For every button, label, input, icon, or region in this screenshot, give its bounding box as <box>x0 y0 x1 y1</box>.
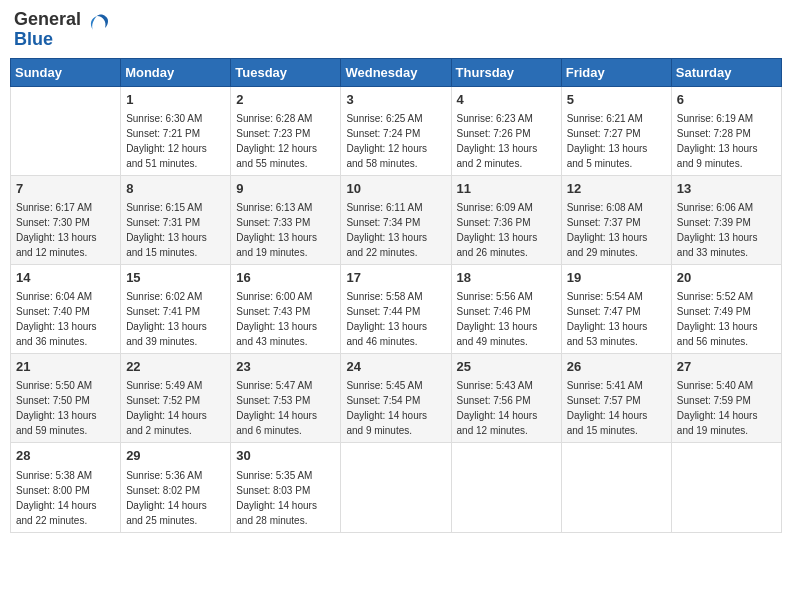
day-number: 28 <box>16 447 115 465</box>
col-header-thursday: Thursday <box>451 58 561 86</box>
day-info: Sunrise: 5:40 AMSunset: 7:59 PMDaylight:… <box>677 378 776 438</box>
day-info: Sunrise: 6:11 AMSunset: 7:34 PMDaylight:… <box>346 200 445 260</box>
day-info: Sunrise: 5:56 AMSunset: 7:46 PMDaylight:… <box>457 289 556 349</box>
day-number: 16 <box>236 269 335 287</box>
day-number: 17 <box>346 269 445 287</box>
day-number: 4 <box>457 91 556 109</box>
logo: General Blue <box>14 10 109 50</box>
col-header-monday: Monday <box>121 58 231 86</box>
logo-bird-icon <box>85 14 109 46</box>
day-info: Sunrise: 5:47 AMSunset: 7:53 PMDaylight:… <box>236 378 335 438</box>
day-info: Sunrise: 5:49 AMSunset: 7:52 PMDaylight:… <box>126 378 225 438</box>
calendar-cell: 10Sunrise: 6:11 AMSunset: 7:34 PMDayligh… <box>341 175 451 264</box>
day-number: 29 <box>126 447 225 465</box>
calendar-cell: 1Sunrise: 6:30 AMSunset: 7:21 PMDaylight… <box>121 86 231 175</box>
day-number: 1 <box>126 91 225 109</box>
day-info: Sunrise: 6:06 AMSunset: 7:39 PMDaylight:… <box>677 200 776 260</box>
calendar-cell <box>561 443 671 532</box>
day-info: Sunrise: 6:21 AMSunset: 7:27 PMDaylight:… <box>567 111 666 171</box>
calendar-cell: 28Sunrise: 5:38 AMSunset: 8:00 PMDayligh… <box>11 443 121 532</box>
day-number: 22 <box>126 358 225 376</box>
calendar-cell: 5Sunrise: 6:21 AMSunset: 7:27 PMDaylight… <box>561 86 671 175</box>
calendar-cell <box>341 443 451 532</box>
week-row-3: 14Sunrise: 6:04 AMSunset: 7:40 PMDayligh… <box>11 264 782 353</box>
day-info: Sunrise: 5:45 AMSunset: 7:54 PMDaylight:… <box>346 378 445 438</box>
calendar-cell: 26Sunrise: 5:41 AMSunset: 7:57 PMDayligh… <box>561 354 671 443</box>
day-info: Sunrise: 5:43 AMSunset: 7:56 PMDaylight:… <box>457 378 556 438</box>
calendar-cell: 9Sunrise: 6:13 AMSunset: 7:33 PMDaylight… <box>231 175 341 264</box>
calendar-cell: 2Sunrise: 6:28 AMSunset: 7:23 PMDaylight… <box>231 86 341 175</box>
calendar-cell: 4Sunrise: 6:23 AMSunset: 7:26 PMDaylight… <box>451 86 561 175</box>
day-number: 6 <box>677 91 776 109</box>
col-header-saturday: Saturday <box>671 58 781 86</box>
day-number: 14 <box>16 269 115 287</box>
day-info: Sunrise: 6:04 AMSunset: 7:40 PMDaylight:… <box>16 289 115 349</box>
header-row: SundayMondayTuesdayWednesdayThursdayFrid… <box>11 58 782 86</box>
calendar-cell: 15Sunrise: 6:02 AMSunset: 7:41 PMDayligh… <box>121 264 231 353</box>
day-number: 24 <box>346 358 445 376</box>
week-row-1: 1Sunrise: 6:30 AMSunset: 7:21 PMDaylight… <box>11 86 782 175</box>
week-row-2: 7Sunrise: 6:17 AMSunset: 7:30 PMDaylight… <box>11 175 782 264</box>
day-info: Sunrise: 5:36 AMSunset: 8:02 PMDaylight:… <box>126 468 225 528</box>
day-info: Sunrise: 6:28 AMSunset: 7:23 PMDaylight:… <box>236 111 335 171</box>
calendar-cell: 23Sunrise: 5:47 AMSunset: 7:53 PMDayligh… <box>231 354 341 443</box>
day-number: 7 <box>16 180 115 198</box>
day-info: Sunrise: 5:35 AMSunset: 8:03 PMDaylight:… <box>236 468 335 528</box>
day-number: 13 <box>677 180 776 198</box>
calendar-cell: 6Sunrise: 6:19 AMSunset: 7:28 PMDaylight… <box>671 86 781 175</box>
calendar-cell: 21Sunrise: 5:50 AMSunset: 7:50 PMDayligh… <box>11 354 121 443</box>
calendar-cell: 29Sunrise: 5:36 AMSunset: 8:02 PMDayligh… <box>121 443 231 532</box>
day-info: Sunrise: 6:30 AMSunset: 7:21 PMDaylight:… <box>126 111 225 171</box>
calendar-cell <box>671 443 781 532</box>
day-number: 11 <box>457 180 556 198</box>
day-number: 20 <box>677 269 776 287</box>
day-info: Sunrise: 5:41 AMSunset: 7:57 PMDaylight:… <box>567 378 666 438</box>
day-info: Sunrise: 6:25 AMSunset: 7:24 PMDaylight:… <box>346 111 445 171</box>
calendar-table: SundayMondayTuesdayWednesdayThursdayFrid… <box>10 58 782 533</box>
day-number: 5 <box>567 91 666 109</box>
header: General Blue <box>10 10 782 50</box>
day-info: Sunrise: 5:54 AMSunset: 7:47 PMDaylight:… <box>567 289 666 349</box>
day-number: 19 <box>567 269 666 287</box>
day-number: 27 <box>677 358 776 376</box>
day-number: 18 <box>457 269 556 287</box>
day-info: Sunrise: 6:23 AMSunset: 7:26 PMDaylight:… <box>457 111 556 171</box>
calendar-cell: 8Sunrise: 6:15 AMSunset: 7:31 PMDaylight… <box>121 175 231 264</box>
col-header-friday: Friday <box>561 58 671 86</box>
week-row-4: 21Sunrise: 5:50 AMSunset: 7:50 PMDayligh… <box>11 354 782 443</box>
day-number: 15 <box>126 269 225 287</box>
calendar-cell: 19Sunrise: 5:54 AMSunset: 7:47 PMDayligh… <box>561 264 671 353</box>
calendar-cell: 13Sunrise: 6:06 AMSunset: 7:39 PMDayligh… <box>671 175 781 264</box>
week-row-5: 28Sunrise: 5:38 AMSunset: 8:00 PMDayligh… <box>11 443 782 532</box>
calendar-cell: 20Sunrise: 5:52 AMSunset: 7:49 PMDayligh… <box>671 264 781 353</box>
day-info: Sunrise: 5:38 AMSunset: 8:00 PMDaylight:… <box>16 468 115 528</box>
day-number: 26 <box>567 358 666 376</box>
day-number: 21 <box>16 358 115 376</box>
day-number: 3 <box>346 91 445 109</box>
day-info: Sunrise: 6:02 AMSunset: 7:41 PMDaylight:… <box>126 289 225 349</box>
day-info: Sunrise: 6:13 AMSunset: 7:33 PMDaylight:… <box>236 200 335 260</box>
col-header-tuesday: Tuesday <box>231 58 341 86</box>
calendar-cell: 27Sunrise: 5:40 AMSunset: 7:59 PMDayligh… <box>671 354 781 443</box>
col-header-sunday: Sunday <box>11 58 121 86</box>
calendar-cell: 25Sunrise: 5:43 AMSunset: 7:56 PMDayligh… <box>451 354 561 443</box>
day-number: 2 <box>236 91 335 109</box>
calendar-cell: 16Sunrise: 6:00 AMSunset: 7:43 PMDayligh… <box>231 264 341 353</box>
calendar-cell: 7Sunrise: 6:17 AMSunset: 7:30 PMDaylight… <box>11 175 121 264</box>
day-number: 10 <box>346 180 445 198</box>
calendar-cell: 17Sunrise: 5:58 AMSunset: 7:44 PMDayligh… <box>341 264 451 353</box>
day-number: 8 <box>126 180 225 198</box>
day-number: 12 <box>567 180 666 198</box>
logo-text: General Blue <box>14 10 81 50</box>
day-info: Sunrise: 6:09 AMSunset: 7:36 PMDaylight:… <box>457 200 556 260</box>
col-header-wednesday: Wednesday <box>341 58 451 86</box>
calendar-cell: 14Sunrise: 6:04 AMSunset: 7:40 PMDayligh… <box>11 264 121 353</box>
day-number: 30 <box>236 447 335 465</box>
calendar-cell <box>11 86 121 175</box>
calendar-cell <box>451 443 561 532</box>
day-number: 9 <box>236 180 335 198</box>
day-info: Sunrise: 6:00 AMSunset: 7:43 PMDaylight:… <box>236 289 335 349</box>
calendar-cell: 12Sunrise: 6:08 AMSunset: 7:37 PMDayligh… <box>561 175 671 264</box>
calendar-cell: 24Sunrise: 5:45 AMSunset: 7:54 PMDayligh… <box>341 354 451 443</box>
page-container: General Blue SundayMondayTuesdayWednesda… <box>10 10 782 533</box>
